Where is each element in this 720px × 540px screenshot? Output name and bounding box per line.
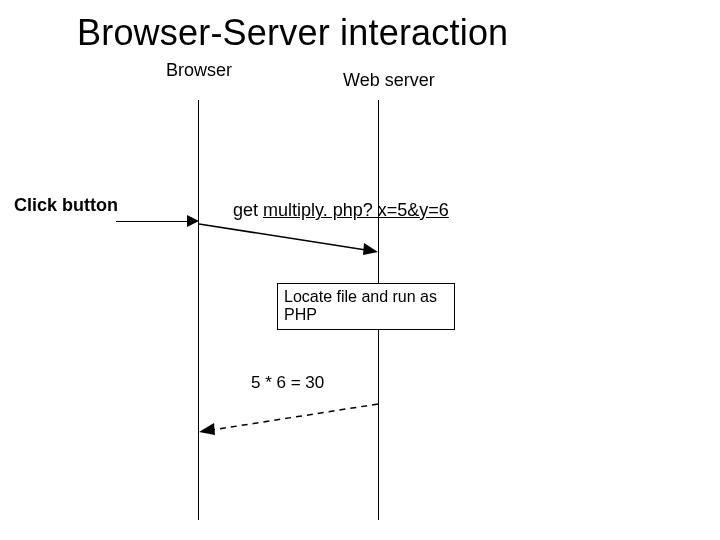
event-click-label: Click button — [14, 195, 118, 216]
svg-line-2 — [212, 404, 378, 430]
svg-marker-3 — [199, 423, 215, 435]
svg-marker-1 — [363, 243, 378, 255]
lifeline-browser — [198, 100, 199, 520]
request-prefix: get — [233, 200, 263, 220]
request-link[interactable]: multiply. php? x=5&y=6 — [263, 200, 449, 220]
actor-server-label: Web server — [343, 70, 435, 91]
process-box: Locate file and run as PHP — [277, 283, 455, 330]
actor-browser-label: Browser — [166, 60, 232, 81]
request-arrow-icon — [198, 218, 379, 258]
svg-line-0 — [199, 224, 366, 250]
response-arrow-icon — [198, 398, 379, 438]
result-label: 5 * 6 = 30 — [251, 373, 324, 393]
click-arrow-line — [116, 221, 188, 222]
diagram-stage: Browser-Server interaction Browser Web s… — [0, 0, 720, 540]
page-title: Browser-Server interaction — [77, 12, 508, 54]
